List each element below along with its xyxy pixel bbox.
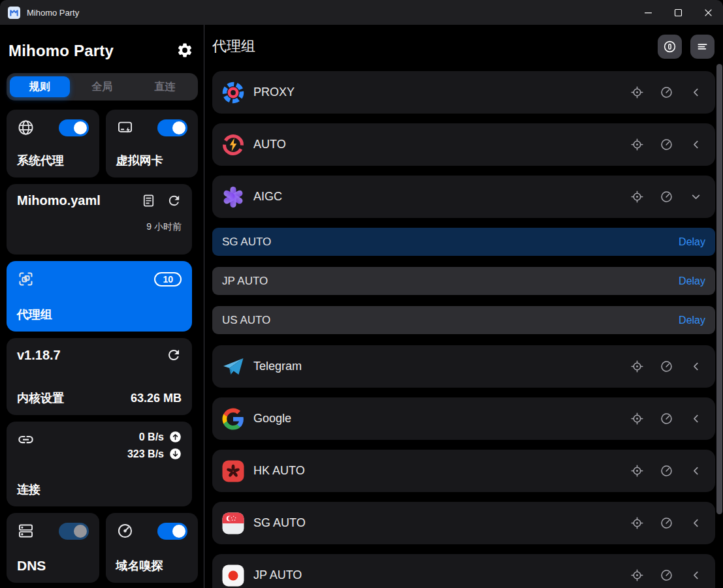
proxy-group-row[interactable]: Google [212, 397, 715, 440]
delay-link[interactable]: Delay [679, 315, 705, 326]
sniff-toggle[interactable] [157, 523, 187, 540]
locate-node-button[interactable] [630, 516, 644, 530]
proxy-group-name: PROXY [253, 85, 295, 99]
upload-arrow-icon [169, 431, 182, 443]
link-icon [17, 431, 35, 448]
sidebar: Mihomo Party 规则全局直连 系统代理 [0, 25, 204, 588]
flag-sg-icon [221, 512, 245, 535]
proxy-group-row[interactable]: AIGC [212, 176, 715, 218]
proxy-group-row[interactable]: Telegram [212, 345, 715, 388]
proxy-groups-card[interactable]: 10 代理组 [7, 261, 192, 332]
delay-test-button[interactable] [660, 412, 673, 426]
settings-button[interactable] [176, 42, 194, 60]
scan-group-icon [17, 270, 35, 288]
delay-link[interactable]: Delay [679, 236, 705, 248]
locate-node-button[interactable] [630, 85, 644, 99]
locate-node-button[interactable] [630, 360, 644, 373]
page-title: 代理组 [212, 37, 255, 56]
chevron-left-icon[interactable] [689, 464, 703, 478]
chevron-left-icon[interactable] [689, 568, 703, 582]
dns-card[interactable]: DNS [7, 513, 99, 583]
delay-test-button[interactable] [660, 568, 673, 582]
proxy-node-name: JP AUTO [222, 275, 268, 288]
dns-server-icon [17, 522, 35, 540]
delay-test-button[interactable] [660, 85, 673, 99]
delay-test-button[interactable] [660, 360, 673, 373]
proxy-group-name: Google [253, 412, 291, 426]
list-layout-button[interactable] [690, 35, 715, 59]
edit-profile-button[interactable] [141, 193, 156, 208]
profile-updated-time: 9 小时前 [17, 221, 182, 233]
chevron-left-icon[interactable] [689, 138, 703, 151]
maximize-button[interactable] [663, 0, 693, 25]
chevron-left-icon[interactable] [689, 412, 703, 426]
proxy-group-row[interactable]: PROXY [212, 71, 715, 114]
sniff-label: 域名嗅探 [116, 558, 188, 574]
chevron-left-icon[interactable] [689, 360, 703, 373]
system-proxy-card[interactable]: 系统代理 [7, 110, 99, 178]
proxy-node-row[interactable]: US AUTODelay [212, 306, 715, 334]
globe-icon [17, 119, 35, 136]
flag-jp-icon [221, 564, 245, 587]
delay-test-button[interactable] [660, 464, 673, 478]
delay-test-button[interactable] [660, 516, 673, 530]
sider-toggle-button[interactable] [658, 35, 682, 59]
proxy-groups-count-badge: 10 [154, 272, 182, 286]
chevron-left-icon[interactable] [689, 85, 703, 99]
proxy-group-row[interactable]: AUTO [212, 123, 715, 166]
proxy-node-row[interactable]: SG AUTODelay [212, 228, 715, 256]
close-button[interactable] [693, 0, 723, 25]
delay-link[interactable]: Delay [679, 275, 705, 287]
mode-tabbar: 规则全局直连 [7, 73, 198, 101]
proxy-node-list: SG AUTODelayJP AUTODelayUS AUTODelay [212, 228, 715, 334]
download-speed: 323 B/s [127, 448, 164, 460]
locate-node-button[interactable] [630, 464, 644, 478]
google-logo-icon [221, 407, 245, 431]
proxy-group-row[interactable]: HK AUTO [212, 450, 715, 492]
locate-node-button[interactable] [630, 568, 644, 582]
locate-node-button[interactable] [630, 138, 644, 151]
profile-card[interactable]: Mihomo.yaml 9 小时前 [7, 184, 192, 255]
restart-core-button[interactable] [166, 347, 182, 363]
window-controls [633, 0, 723, 25]
network-card-icon [116, 119, 134, 136]
connections-card[interactable]: 0 B/s 323 B/s 连接 [7, 422, 192, 506]
core-settings-label: 内核设置 [17, 390, 64, 406]
app-logo-icon [8, 7, 20, 19]
system-proxy-toggle[interactable] [59, 119, 89, 136]
proxy-group-name: AUTO [253, 138, 286, 151]
upload-speed: 0 B/s [139, 431, 164, 443]
locate-node-button[interactable] [630, 190, 644, 204]
update-profile-button[interactable] [167, 193, 182, 208]
delay-test-button[interactable] [660, 190, 673, 204]
locate-node-button[interactable] [630, 412, 644, 426]
tab-direct[interactable]: 直连 [135, 76, 195, 97]
window-title: Mihomo Party [27, 8, 79, 18]
core-card[interactable]: v1.18.7 内核设置 63.26 MB [7, 338, 192, 415]
proxy-group-name: AIGC [253, 190, 282, 204]
delay-test-button[interactable] [660, 138, 673, 151]
core-memory: 63.26 MB [131, 392, 182, 405]
auto-logo-icon [221, 133, 245, 157]
scrollbar-thumb[interactable] [716, 64, 722, 514]
proxy-group-row[interactable]: SG AUTO [212, 502, 715, 544]
titlebar: Mihomo Party [0, 0, 723, 25]
chevron-left-icon[interactable] [689, 516, 703, 530]
tun-card[interactable]: 虚拟网卡 [106, 110, 199, 178]
proxy-group-name: HK AUTO [253, 464, 305, 478]
main-panel: 代理组 PROXYAUTOAIGCSG AUTODelayJP AUTODela… [204, 25, 723, 588]
proxy-group-list: PROXYAUTOAIGCSG AUTODelayJP AUTODelayUS … [204, 68, 723, 588]
sniff-card[interactable]: 域名嗅探 [106, 513, 199, 583]
proxy-group-row[interactable]: JP AUTO [212, 554, 715, 588]
tab-global[interactable]: 全局 [72, 76, 133, 97]
tun-toggle[interactable] [157, 119, 187, 136]
proxy-node-row[interactable]: JP AUTODelay [212, 267, 715, 295]
chevron-down-icon[interactable] [689, 190, 703, 204]
minimize-button[interactable] [633, 0, 663, 25]
telegram-logo-icon [221, 355, 245, 379]
download-arrow-icon [169, 448, 182, 460]
tab-rule[interactable]: 规则 [10, 76, 70, 97]
flag-hk-icon [221, 459, 245, 483]
dns-toggle[interactable] [59, 523, 89, 540]
proxy-group-name: JP AUTO [253, 568, 302, 582]
